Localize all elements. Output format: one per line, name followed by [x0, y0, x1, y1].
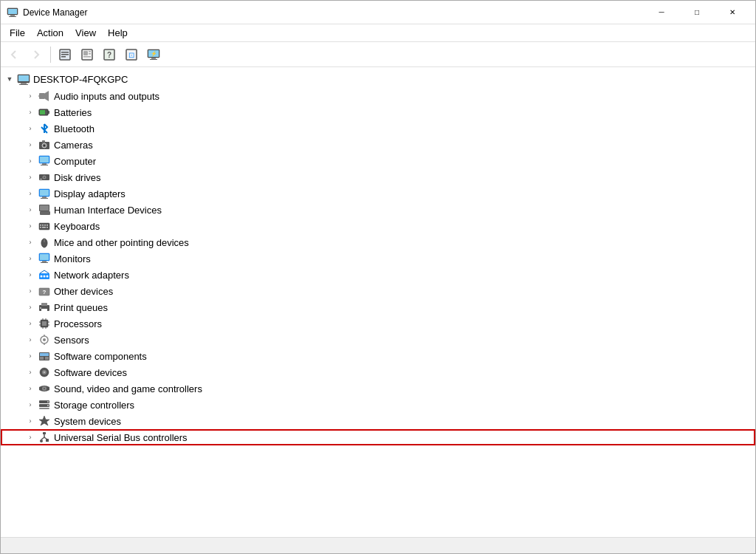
tree-item[interactable]: › ? Other devices: [1, 283, 755, 299]
expand-btn-20[interactable]: ›: [24, 415, 36, 427]
svg-rect-46: [42, 196, 47, 198]
tree-item[interactable]: › Bluetooth: [1, 120, 755, 137]
expand-btn-3[interactable]: ›: [24, 139, 36, 151]
tree-item[interactable]: › Cameras: [1, 137, 755, 153]
expand-btn-12[interactable]: ›: [24, 285, 36, 297]
expand-btn-14[interactable]: ›: [24, 318, 36, 329]
expand-btn-10[interactable]: ›: [24, 253, 36, 264]
tree-item[interactable]: › Audio inputs and outputs: [1, 88, 755, 104]
svg-rect-10: [83, 56, 91, 58]
svg-rect-57: [42, 227, 46, 228]
tree-item[interactable]: › Print queues: [1, 299, 755, 315]
item-label-9: Mice and other pointing devices: [54, 237, 189, 248]
svg-rect-31: [40, 110, 45, 114]
expand-btn-15[interactable]: ›: [24, 334, 36, 346]
tree-item[interactable]: › Display adapters: [1, 185, 755, 202]
svg-rect-11: [89, 51, 91, 52]
tree-item[interactable]: › Universal Serial Bus controllers: [1, 429, 755, 445]
tree-item[interactable]: › Monitors: [1, 250, 755, 267]
tree-item[interactable]: › Batteries: [1, 104, 755, 120]
item-icon-16: [38, 349, 51, 363]
svg-rect-3: [9, 16, 16, 17]
svg-point-68: [44, 276, 46, 278]
menu-view[interactable]: View: [69, 26, 102, 40]
expand-btn-5[interactable]: ›: [24, 171, 36, 183]
expand-btn-9[interactable]: ›: [24, 236, 36, 248]
forward-button[interactable]: [26, 44, 47, 65]
tree-item[interactable]: › Processors: [1, 315, 755, 332]
tree-item[interactable]: › Software components: [1, 348, 755, 364]
expand-btn-11[interactable]: ›: [24, 269, 36, 281]
root-item[interactable]: ▼ DESKTOP-4FQKGPC: [1, 70, 755, 88]
svg-rect-26: [39, 93, 45, 99]
expand-btn-7[interactable]: ›: [24, 204, 36, 216]
item-label-7: Human Interface Devices: [54, 205, 162, 216]
expand-btn-1[interactable]: ›: [24, 106, 36, 118]
maximize-button[interactable]: □: [680, 1, 714, 24]
item-label-12: Other devices: [54, 286, 113, 297]
help-button[interactable]: ?: [99, 44, 120, 65]
tree-item[interactable]: › Disk drives: [1, 169, 755, 185]
tree-item[interactable]: › Software devices: [1, 364, 755, 380]
expand-btn-4[interactable]: ›: [24, 155, 36, 167]
expand-btn-2[interactable]: ›: [24, 123, 36, 134]
tree-item[interactable]: › Mice and other pointing devices: [1, 234, 755, 250]
svg-rect-9: [83, 51, 88, 55]
tree-item[interactable]: › Sensors: [1, 332, 755, 348]
tree-item[interactable]: › Human Interface Devices: [1, 202, 755, 218]
root-expand[interactable]: ▼: [4, 73, 16, 85]
svg-rect-5: [61, 52, 69, 53]
item-icon-6: [38, 187, 51, 200]
menu-help[interactable]: Help: [102, 26, 134, 40]
svg-rect-20: [150, 59, 157, 60]
svg-point-96: [44, 372, 45, 373]
minimize-button[interactable]: ─: [645, 1, 678, 24]
tree-item[interactable]: › Computer: [1, 153, 755, 169]
scan-button[interactable]: ⊡: [121, 44, 142, 65]
expand-btn-19[interactable]: ›: [24, 399, 36, 411]
svg-point-75: [40, 307, 41, 309]
svg-rect-73: [41, 303, 47, 306]
item-label-0: Audio inputs and outputs: [54, 91, 159, 102]
tree-item[interactable]: › System devices: [1, 413, 755, 429]
item-label-2: Bluetooth: [54, 123, 94, 134]
monitor-button[interactable]: ⚡: [143, 44, 164, 65]
close-button[interactable]: ✕: [715, 1, 749, 24]
item-label-14: Processors: [54, 318, 102, 329]
svg-point-34: [44, 145, 46, 147]
expand-btn-8[interactable]: ›: [24, 220, 36, 232]
properties-button[interactable]: [77, 44, 97, 65]
expand-btn-18[interactable]: ›: [24, 383, 36, 394]
svg-point-67: [41, 276, 43, 278]
item-icon-7: [38, 203, 51, 216]
item-icon-15: [38, 333, 51, 346]
back-button[interactable]: [4, 44, 24, 65]
item-label-4: Computer: [54, 156, 96, 167]
tree-item[interactable]: › Sound, video and game controllers: [1, 380, 755, 397]
menu-action[interactable]: Action: [31, 26, 69, 40]
expand-btn-17[interactable]: ›: [24, 366, 36, 378]
expand-btn-0[interactable]: ›: [24, 90, 36, 102]
item-icon-13: [38, 301, 51, 314]
tree-item[interactable]: › Storage controllers: [1, 397, 755, 413]
item-label-13: Print queues: [54, 302, 108, 313]
svg-rect-63: [40, 254, 49, 260]
menu-file[interactable]: File: [4, 26, 31, 40]
svg-text:⊡: ⊡: [128, 51, 134, 59]
svg-text:?: ?: [107, 51, 111, 59]
device-list-button[interactable]: [55, 44, 75, 65]
tree-item[interactable]: › Network adapters: [1, 267, 755, 283]
svg-rect-19: [151, 58, 156, 59]
svg-rect-52: [40, 225, 41, 226]
tree-item[interactable]: › Keyboards: [1, 218, 755, 234]
expand-btn-13[interactable]: ›: [24, 301, 36, 313]
item-icon-5: [38, 171, 51, 184]
expand-btn-6[interactable]: ›: [24, 188, 36, 199]
svg-rect-64: [42, 261, 47, 262]
item-label-16: Software components: [54, 351, 147, 362]
expand-btn-21[interactable]: ›: [24, 431, 36, 443]
toolbar: ? ⊡ ⚡: [1, 42, 755, 67]
svg-rect-56: [40, 227, 41, 228]
expand-btn-16[interactable]: ›: [24, 350, 36, 362]
svg-rect-23: [18, 75, 29, 81]
